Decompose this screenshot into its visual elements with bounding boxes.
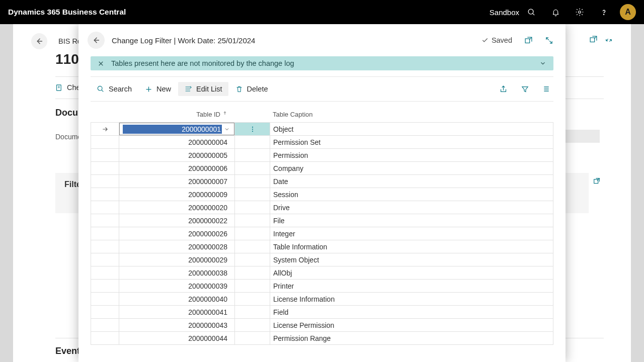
back-button-bg[interactable] (31, 33, 47, 49)
search-icon[interactable] (519, 0, 543, 24)
cell-table-id[interactable]: 2000000004 (119, 136, 235, 149)
row-actions[interactable] (235, 280, 270, 293)
cell-table-caption[interactable]: Integer (270, 227, 553, 240)
cell-table-id[interactable]: 2000000039 (119, 280, 235, 293)
row-selector[interactable] (91, 332, 119, 345)
row-actions[interactable] (235, 319, 270, 332)
share-icon[interactable] (499, 85, 508, 94)
cell-table-caption[interactable]: System Object (270, 253, 553, 266)
row-selector[interactable] (91, 162, 119, 175)
row-selector[interactable] (91, 227, 119, 240)
cell-table-id[interactable]: 2000000026 (119, 227, 235, 240)
detach-icon[interactable] (589, 35, 598, 44)
table-row[interactable]: 2000000004Permission Set (91, 136, 553, 149)
search-button[interactable]: Search (91, 82, 138, 96)
cell-table-id[interactable]: 2000000043 (119, 319, 235, 332)
table-row[interactable]: 2000000007Date (91, 175, 553, 188)
notifications-icon[interactable] (543, 0, 568, 24)
cell-table-id[interactable]: 2000000022 (119, 214, 235, 227)
cell-table-caption[interactable]: Permission (270, 149, 553, 162)
row-selector[interactable] (91, 319, 119, 332)
table-row[interactable]: 2000000028Table Information (91, 240, 553, 253)
table-row[interactable]: 2000000006Company (91, 162, 553, 175)
row-actions[interactable] (235, 188, 270, 201)
cell-table-caption[interactable]: File (270, 214, 553, 227)
maximize-icon[interactable] (545, 36, 553, 45)
cell-table-caption[interactable]: Company (270, 162, 553, 175)
row-selector[interactable] (91, 175, 119, 188)
cell-table-caption[interactable]: Drive (270, 201, 553, 214)
collapse-icon[interactable] (605, 36, 613, 44)
list-view-icon[interactable] (542, 85, 550, 94)
lookup-dropdown-icon[interactable] (222, 126, 232, 132)
open-new-window-icon[interactable] (524, 36, 533, 45)
row-actions[interactable] (235, 332, 270, 345)
popout-icon[interactable] (593, 177, 601, 185)
col-table-id[interactable]: Table ID (119, 111, 234, 118)
table-row[interactable]: 2000000005Permission (91, 149, 553, 162)
cell-table-caption[interactable]: Session (270, 188, 553, 201)
table-row[interactable]: 2000000026Integer (91, 227, 553, 240)
row-selector[interactable] (91, 293, 119, 306)
table-row[interactable]: 2000000029System Object (91, 253, 553, 266)
table-row[interactable]: 2000000043License Permission (91, 319, 553, 332)
filter-icon[interactable] (521, 85, 529, 94)
help-icon[interactable] (592, 0, 616, 24)
cell-table-caption[interactable]: Object (270, 123, 553, 136)
edit-list-button[interactable]: Edit List (178, 82, 228, 96)
row-selector[interactable] (91, 136, 119, 149)
cell-table-caption[interactable]: License Permission (270, 319, 553, 332)
row-selector[interactable] (91, 253, 119, 266)
cell-table-id[interactable]: 2000000044 (119, 332, 235, 345)
cell-table-caption[interactable]: Permission Range (270, 332, 553, 345)
cell-table-id[interactable]: 2000000038 (119, 266, 235, 280)
close-banner-icon[interactable] (98, 60, 104, 67)
row-selector[interactable] (91, 266, 119, 280)
row-selector[interactable] (91, 240, 119, 253)
row-actions[interactable] (235, 162, 270, 175)
delete-button[interactable]: Delete (229, 82, 274, 96)
cell-table-id[interactable]: 2000000009 (119, 188, 235, 201)
table-row[interactable]: Object (91, 123, 553, 136)
table-row[interactable]: 2000000041Field (91, 306, 553, 319)
table-row[interactable]: 2000000039Printer (91, 280, 553, 293)
row-actions[interactable] (235, 293, 270, 306)
table-id-input[interactable] (123, 125, 222, 134)
row-selector[interactable] (91, 188, 119, 201)
cell-table-id[interactable]: 2000000040 (119, 293, 235, 306)
table-row[interactable]: 2000000044Permission Range (91, 332, 553, 345)
row-actions[interactable] (235, 214, 270, 227)
cell-table-caption[interactable]: Date (270, 175, 553, 188)
row-actions[interactable] (235, 227, 270, 240)
row-selector[interactable] (91, 123, 119, 136)
row-actions[interactable] (235, 266, 270, 280)
user-avatar[interactable]: A (620, 4, 636, 20)
cell-table-id[interactable]: 2000000020 (119, 201, 235, 214)
settings-icon[interactable] (568, 0, 592, 24)
cell-table-id[interactable] (119, 123, 235, 136)
table-row[interactable]: 2000000022File (91, 214, 553, 227)
row-actions[interactable] (235, 175, 270, 188)
row-actions[interactable] (235, 253, 270, 266)
row-actions[interactable] (235, 123, 270, 136)
cell-table-id[interactable]: 2000000007 (119, 175, 235, 188)
cell-table-caption[interactable]: Permission Set (270, 136, 553, 149)
cell-table-caption[interactable]: Field (270, 306, 553, 319)
table-row[interactable]: 2000000009Session (91, 188, 553, 201)
cell-table-id[interactable]: 2000000028 (119, 240, 235, 253)
row-actions[interactable] (235, 149, 270, 162)
table-row[interactable]: 2000000020Drive (91, 201, 553, 214)
col-table-caption[interactable]: Table Caption (270, 111, 553, 118)
row-selector[interactable] (91, 201, 119, 214)
row-actions[interactable] (235, 136, 270, 149)
cell-table-caption[interactable]: Table Information (270, 240, 553, 253)
back-button[interactable] (88, 32, 105, 49)
row-actions[interactable] (235, 201, 270, 214)
row-selector[interactable] (91, 149, 119, 162)
table-row[interactable]: 2000000040License Information (91, 293, 553, 306)
row-selector[interactable] (91, 306, 119, 319)
cell-table-id[interactable]: 2000000005 (119, 149, 235, 162)
cell-table-id[interactable]: 2000000006 (119, 162, 235, 175)
more-vertical-icon[interactable] (249, 126, 256, 133)
row-actions[interactable] (235, 306, 270, 319)
